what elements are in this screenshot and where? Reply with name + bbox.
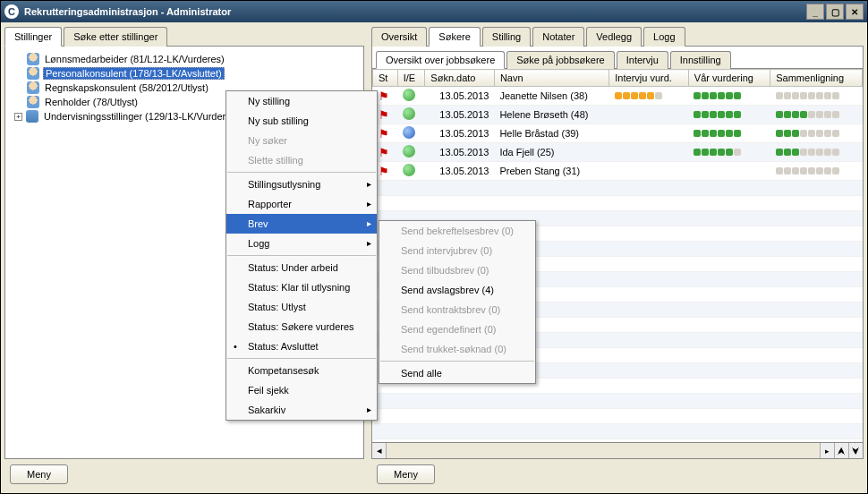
table-row[interactable]: ⚑13.05.2013Helle Bråstad (39) xyxy=(373,124,863,143)
menu-button-left[interactable]: Meny xyxy=(10,464,68,484)
maximize-button[interactable]: ▢ xyxy=(826,4,844,20)
cell-name: Helle Bråstad (39) xyxy=(494,124,608,143)
table-row[interactable]: ⚑13.05.2013Preben Stang (31) xyxy=(373,162,863,181)
context-menu[interactable]: Ny stillingNy sub stillingNy søkerSlette… xyxy=(226,90,378,421)
table-row[interactable]: ⚑13.05.2013Jeanette Nilsen (38) xyxy=(373,87,863,106)
tree-item-1[interactable]: Personalkonsulent (178/13-LK/Avsluttet) xyxy=(9,66,360,81)
tree-item-label: Personalkonsulent (178/13-LK/Avsluttet) xyxy=(43,67,225,80)
cell-interview-rating xyxy=(609,124,689,143)
cell-comparison xyxy=(770,87,863,106)
cell-comparison xyxy=(770,143,863,162)
table-row[interactable]: ⚑13.05.2013Ida Fjell (25) xyxy=(373,143,863,162)
context-menu-item-1[interactable]: Ny sub stilling xyxy=(226,111,377,131)
column-header-1[interactable]: I/E xyxy=(397,70,425,87)
context-menu-item-17[interactable]: Feil sjekk xyxy=(226,380,377,400)
brev-submenu-item-0: Send bekreftelsesbrev (0) xyxy=(379,221,535,241)
tree-item-label: Undervisningsstillinger (129/13-LK/Vurde… xyxy=(42,111,241,122)
menu-item-label: Slette stilling xyxy=(248,155,303,166)
left-tab-0[interactable]: Stillinger xyxy=(4,27,62,47)
column-header-3[interactable]: Navn xyxy=(494,70,608,87)
brev-submenu-item-4: Send kontraktsbrev (0) xyxy=(379,300,535,319)
column-header-6[interactable]: Sammenligning xyxy=(770,70,863,87)
scroll-right-icon[interactable]: ▸ xyxy=(820,443,834,458)
users-icon xyxy=(26,110,38,123)
menu-item-label: Sakarkiv xyxy=(248,405,285,415)
cell-interview-rating xyxy=(609,106,689,124)
context-menu-item-14[interactable]: Status: Avsluttet xyxy=(226,336,377,356)
menu-item-label: Send kontraktsbrev (0) xyxy=(401,304,500,315)
context-menu-item-8[interactable]: Logg xyxy=(226,234,377,253)
cell-our-rating xyxy=(688,143,770,162)
globe-icon xyxy=(403,89,415,101)
cell-comparison xyxy=(770,124,863,143)
scroll-down-icon[interactable]: ⮟ xyxy=(848,443,863,458)
context-menu-item-5[interactable]: Stillingsutlysning xyxy=(226,175,377,194)
column-header-4[interactable]: Intervju vurd. xyxy=(609,70,689,87)
cell-date: 13.05.2013 xyxy=(425,87,495,106)
cell-name: Ida Fjell (25) xyxy=(494,143,608,162)
context-menu-item-2: Ny søker xyxy=(226,131,377,150)
globe-icon xyxy=(403,145,415,158)
right-tab-4[interactable]: Vedlegg xyxy=(586,27,642,47)
cell-comparison xyxy=(770,106,863,124)
context-menu-item-18[interactable]: Sakarkiv xyxy=(226,400,377,420)
cell-name: Helene Brøseth (48) xyxy=(494,106,608,124)
user-icon xyxy=(27,96,39,108)
brev-submenu[interactable]: Send bekreftelsesbrev (0)Send intervjubr… xyxy=(379,220,536,384)
context-menu-item-6[interactable]: Rapporter xyxy=(226,194,377,214)
context-menu-item-13[interactable]: Status: Søkere vurderes xyxy=(226,317,377,336)
sub-tab-1[interactable]: Søke på jobbsøkere xyxy=(506,51,614,69)
column-header-2[interactable]: Søkn.dato xyxy=(425,70,495,87)
menu-button-right[interactable]: Meny xyxy=(377,464,435,484)
globe-icon xyxy=(403,107,415,120)
context-menu-item-12[interactable]: Status: Utlyst xyxy=(226,297,377,317)
cell-our-rating xyxy=(688,106,770,124)
menu-item-label: Ny stilling xyxy=(248,96,290,106)
flag-icon: ⚑ xyxy=(379,108,389,122)
menu-item-label: Logg xyxy=(248,238,269,249)
right-tab-2[interactable]: Stilling xyxy=(482,27,531,47)
cell-comparison xyxy=(770,162,863,181)
context-menu-item-10[interactable]: Status: Under arbeid xyxy=(226,258,377,277)
tree-item-0[interactable]: Lønnsmedarbeider (81/L12-LK/Vurderes) xyxy=(9,52,360,66)
scroll-up-icon[interactable]: ⮝ xyxy=(834,443,848,458)
user-icon xyxy=(27,53,39,65)
column-header-5[interactable]: Vår vurdering xyxy=(688,70,770,87)
minimize-button[interactable]: _ xyxy=(806,4,824,20)
context-menu-item-11[interactable]: Status: Klar til utlysning xyxy=(226,277,377,297)
sub-tab-0[interactable]: Oversikt over jobbsøkere xyxy=(376,51,505,69)
sub-tab-2[interactable]: Intervju xyxy=(617,51,668,69)
right-tab-5[interactable]: Logg xyxy=(643,27,685,47)
flag-icon: ⚑ xyxy=(379,89,389,103)
menu-item-label: Brev xyxy=(248,218,268,229)
window-title: Rekrutteringsadministrasjon - Administra… xyxy=(24,6,806,17)
cell-our-rating xyxy=(688,124,770,143)
brev-submenu-item-8[interactable]: Send alle xyxy=(379,363,535,383)
brev-submenu-item-5: Send egendefinert (0) xyxy=(379,319,535,339)
scroll-left-icon[interactable]: ◂ xyxy=(372,443,387,458)
close-button[interactable]: ✕ xyxy=(846,4,864,20)
globe-icon xyxy=(403,126,415,139)
context-menu-item-0[interactable]: Ny stilling xyxy=(226,91,377,111)
table-row[interactable]: ⚑13.05.2013Helene Brøseth (48) xyxy=(373,106,863,124)
right-tab-0[interactable]: Oversikt xyxy=(371,27,427,47)
menu-item-label: Status: Utlyst xyxy=(248,302,306,312)
column-header-0[interactable]: St xyxy=(373,70,398,87)
menu-item-label: Status: Klar til utlysning xyxy=(248,282,350,293)
menu-item-label: Send avslagsbrev (4) xyxy=(401,285,494,295)
context-menu-item-7[interactable]: Brev xyxy=(226,214,377,234)
cell-name: Preben Stang (31) xyxy=(494,162,608,181)
cell-our-rating xyxy=(688,87,770,106)
grid-scrollbar[interactable]: ◂ ▸ ⮝ ⮟ xyxy=(372,442,863,458)
menu-item-label: Ny søker xyxy=(248,135,287,146)
expand-icon[interactable]: + xyxy=(14,113,22,121)
app-icon: C xyxy=(4,4,19,19)
left-tab-1[interactable]: Søke etter stillinger xyxy=(64,27,167,47)
menu-item-label: Ny sub stilling xyxy=(248,115,309,126)
context-menu-item-16[interactable]: Kompetansesøk xyxy=(226,361,377,380)
sub-tab-3[interactable]: Innstilling xyxy=(670,51,731,69)
right-tab-3[interactable]: Notater xyxy=(532,27,584,47)
right-tab-1[interactable]: Søkere xyxy=(429,27,480,47)
brev-submenu-item-3[interactable]: Send avslagsbrev (4) xyxy=(379,280,535,300)
flag-icon: ⚑ xyxy=(379,127,389,141)
